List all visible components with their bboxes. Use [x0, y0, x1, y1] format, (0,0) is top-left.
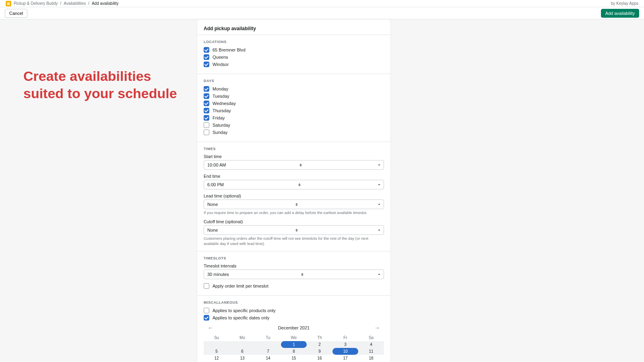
cal-day[interactable]: 14 — [255, 355, 281, 362]
day-label: Thursday — [213, 108, 231, 113]
day-checkbox[interactable] — [204, 115, 209, 121]
day-checkbox[interactable] — [204, 130, 209, 135]
cal-day — [229, 341, 255, 348]
cal-day[interactable]: 1 — [281, 341, 307, 348]
calendar: ← December 2021 → SuMoTuWeThFrSa12345678… — [204, 324, 384, 362]
specific-dates-label: Applies to specific dates only — [213, 315, 269, 320]
vendor-label: by Keylay Apps — [611, 1, 638, 6]
interval-select[interactable]: 30 minutes — [204, 269, 384, 279]
cal-day[interactable]: 5 — [204, 348, 229, 355]
cal-dow: Sa — [358, 334, 384, 341]
day-label: Monday — [213, 86, 228, 91]
caret-icon — [295, 229, 298, 232]
lead-time-help: If you require time to prepare an order,… — [204, 210, 384, 215]
cal-dow: Fr — [332, 334, 358, 341]
cal-next-icon[interactable]: → — [372, 324, 382, 332]
location-checkbox[interactable] — [204, 47, 209, 53]
specific-products-label: Applies to specific products only — [213, 308, 276, 313]
caret-icon — [299, 164, 302, 167]
cal-day[interactable]: 6 — [229, 348, 255, 355]
timeslots-section: Timeslots Timeslot intervals 30 minutes … — [197, 251, 390, 295]
cal-day — [204, 341, 229, 348]
card-title: Add pickup availability — [197, 26, 390, 35]
day-checkbox[interactable] — [204, 93, 209, 99]
cal-day[interactable]: 7 — [255, 348, 281, 355]
availability-card: Add pickup availability Locations 65 Bre… — [197, 19, 390, 362]
app-icon: ⊞ — [6, 1, 11, 6]
cal-day — [255, 341, 281, 348]
add-availability-button-top[interactable]: Add availability — [601, 9, 639, 18]
day-label: Wednesday — [213, 101, 236, 106]
start-time-label: Start time — [204, 154, 384, 159]
cutoff-time-label: Cutoff time (optional) — [204, 219, 384, 224]
day-label: Tuesday — [213, 94, 229, 99]
day-checkbox[interactable] — [204, 86, 209, 92]
cal-day[interactable]: 10 — [332, 348, 358, 355]
days-section: Days MondayTuesdayWednesdayThursdayFrida… — [197, 74, 390, 142]
lead-time-label: Lead time (optional) — [204, 193, 384, 198]
timeslots-heading: Timeslots — [204, 256, 384, 260]
specific-products-checkbox[interactable] — [204, 308, 209, 313]
order-limit-checkbox[interactable] — [204, 283, 209, 289]
day-checkbox[interactable] — [204, 101, 209, 106]
location-checkbox[interactable] — [204, 62, 209, 67]
cal-dow: Mo — [229, 334, 255, 341]
cal-dow: Th — [307, 334, 332, 341]
cal-day[interactable]: 16 — [307, 355, 332, 362]
caret-icon — [295, 203, 298, 206]
cal-day[interactable]: 11 — [358, 348, 384, 355]
misc-heading: Miscallaneous — [204, 300, 384, 304]
lead-time-select[interactable]: None — [204, 200, 384, 209]
locations-heading: Locations — [204, 40, 384, 44]
crumb-app[interactable]: Pickup & Delivery Buddy — [14, 1, 58, 6]
locations-section: Locations 65 Bremner BlvdQueensWindsor — [197, 35, 390, 74]
cal-day[interactable]: 18 — [358, 355, 384, 362]
day-label: Saturday — [213, 123, 230, 128]
day-checkbox[interactable] — [204, 108, 209, 113]
cal-dow: Su — [204, 334, 229, 341]
crumb-current: Add availability — [92, 1, 119, 6]
cal-day[interactable]: 12 — [204, 355, 229, 362]
actionbar: Cancel Add availability — [0, 7, 644, 19]
cal-day[interactable]: 13 — [229, 355, 255, 362]
end-time-select[interactable]: 6:00 PM — [204, 180, 384, 189]
order-limit-label: Apply order limit per timeslot — [213, 284, 268, 288]
start-time-select[interactable]: 10:00 AM — [204, 160, 384, 170]
specific-dates-checkbox[interactable] — [204, 315, 209, 321]
times-heading: Times — [204, 147, 384, 151]
cal-title: December 2021 — [278, 325, 310, 330]
cal-day[interactable]: 4 — [358, 341, 384, 348]
cal-day[interactable]: 15 — [281, 355, 307, 362]
end-time-label: End time — [204, 174, 384, 179]
day-label: Friday — [213, 115, 225, 120]
topbar: ⊞ Pickup & Delivery Buddy / Availabiliti… — [0, 0, 644, 7]
cal-dow: Tu — [255, 334, 281, 341]
cal-dow: We — [281, 334, 307, 341]
cutoff-time-select[interactable]: None — [204, 225, 384, 235]
breadcrumb: ⊞ Pickup & Delivery Buddy / Availabiliti… — [6, 1, 119, 6]
cancel-button[interactable]: Cancel — [5, 9, 27, 18]
location-label: 65 Bremner Blvd — [213, 47, 246, 52]
cal-day[interactable]: 8 — [281, 348, 307, 355]
crumb-availabilities[interactable]: Availabilities — [64, 1, 86, 6]
location-checkbox[interactable] — [204, 54, 209, 60]
interval-label: Timeslot intervals — [204, 263, 384, 268]
location-label: Windsor — [213, 62, 229, 67]
cutoff-time-help: Customers placing orders after the cutof… — [204, 236, 384, 246]
cal-day[interactable]: 3 — [332, 341, 358, 348]
days-heading: Days — [204, 79, 384, 83]
misc-section: Miscallaneous Applies to specific produc… — [197, 295, 390, 362]
hero-text: Create availabilities suited to your sch… — [0, 19, 197, 362]
day-checkbox[interactable] — [204, 122, 209, 128]
day-label: Sunday — [213, 130, 227, 135]
cal-prev-icon[interactable]: ← — [205, 324, 216, 332]
caret-icon — [301, 273, 303, 276]
cal-day[interactable]: 2 — [307, 341, 332, 348]
times-section: Times Start time 10:00 AM End time 6:00 … — [197, 142, 390, 251]
location-label: Queens — [213, 55, 228, 60]
cal-day[interactable]: 9 — [307, 348, 332, 355]
caret-icon — [298, 183, 301, 186]
cal-day[interactable]: 17 — [332, 355, 358, 362]
